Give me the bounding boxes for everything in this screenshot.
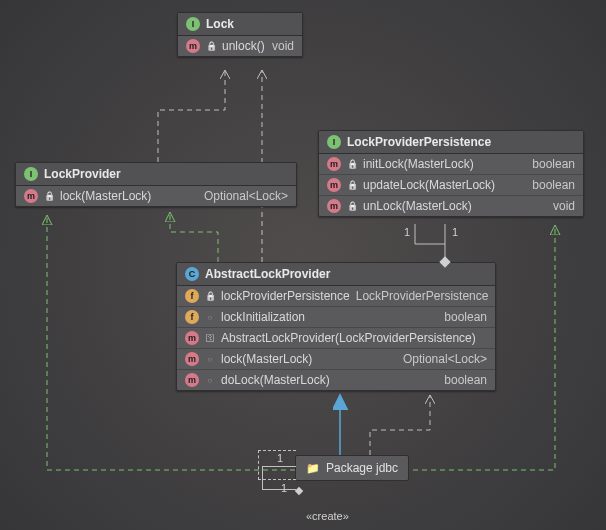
- field-icon: f: [185, 310, 199, 324]
- member-row: m initLock(MasterLock) boolean: [319, 154, 583, 175]
- visibility-icon: [44, 191, 54, 201]
- member-row: f lockInitialization boolean: [177, 307, 495, 328]
- class-header: I LockProvider: [16, 163, 296, 186]
- member-return: boolean: [444, 310, 487, 324]
- member-row: f lockProviderPersistence LockProviderPe…: [177, 286, 495, 307]
- visibility-icon: [205, 291, 215, 301]
- multiplicity-label: 1: [452, 226, 458, 238]
- method-icon: m: [327, 199, 341, 213]
- class-header: I Lock: [178, 13, 302, 36]
- member-row: m AbstractLockProvider(LockProviderPersi…: [177, 328, 495, 349]
- member-row: m doLock(MasterLock) boolean: [177, 370, 495, 390]
- member-return: LockProviderPersistence: [356, 289, 489, 303]
- uml-package-jdbc[interactable]: Package jdbc: [295, 455, 409, 481]
- member-signature: lock(MasterLock): [221, 352, 397, 366]
- method-icon: m: [185, 373, 199, 387]
- visibility-icon: [347, 180, 357, 190]
- visibility-icon: [347, 159, 357, 169]
- stereotype-create: «create»: [306, 510, 349, 522]
- interface-icon: I: [24, 167, 38, 181]
- visibility-icon: [205, 354, 215, 364]
- member-return: Optional<Lock>: [204, 189, 288, 203]
- class-header: I LockProviderPersistence: [319, 131, 583, 154]
- member-signature: unLock(MasterLock): [363, 199, 547, 213]
- class-icon: C: [185, 267, 199, 281]
- member-signature: doLock(MasterLock): [221, 373, 438, 387]
- uml-interface-lockproviderpersistence[interactable]: I LockProviderPersistence m initLock(Mas…: [318, 130, 584, 217]
- class-title: LockProviderPersistence: [347, 135, 491, 149]
- visibility-icon: [205, 333, 215, 343]
- field-icon: f: [185, 289, 199, 303]
- member-return: void: [553, 199, 575, 213]
- member-return: void: [272, 39, 294, 53]
- member-row: m lock(MasterLock) Optional<Lock>: [16, 186, 296, 206]
- method-icon: m: [327, 157, 341, 171]
- member-return: boolean: [444, 373, 487, 387]
- visibility-icon: [205, 375, 215, 385]
- method-icon: m: [185, 352, 199, 366]
- method-icon: m: [185, 331, 199, 345]
- member-row: m unLock(MasterLock) void: [319, 196, 583, 216]
- self-ref-box-inner: [262, 466, 296, 490]
- member-row: m lock(MasterLock) Optional<Lock>: [177, 349, 495, 370]
- uml-interface-lockprovider[interactable]: I LockProvider m lock(MasterLock) Option…: [15, 162, 297, 207]
- uml-class-abstractlockprovider[interactable]: C AbstractLockProvider f lockProviderPer…: [176, 262, 496, 391]
- member-return: boolean: [532, 157, 575, 171]
- member-signature: lockInitialization: [221, 310, 438, 324]
- visibility-icon: [347, 201, 357, 211]
- member-signature: updateLock(MasterLock): [363, 178, 526, 192]
- multiplicity-label: 1: [277, 452, 283, 464]
- composition-diamond-icon: [295, 487, 303, 495]
- method-icon: m: [327, 178, 341, 192]
- interface-icon: I: [327, 135, 341, 149]
- visibility-icon: [206, 41, 216, 51]
- member-return: boolean: [532, 178, 575, 192]
- folder-icon: [306, 461, 320, 475]
- member-signature: lock(MasterLock): [60, 189, 198, 203]
- class-title: Lock: [206, 17, 234, 31]
- member-return: Optional<Lock>: [403, 352, 487, 366]
- member-signature: unlock(): [222, 39, 266, 53]
- multiplicity-label: 1: [281, 482, 287, 494]
- multiplicity-label: 1: [404, 226, 410, 238]
- package-label: Package jdbc: [326, 461, 398, 475]
- class-title: AbstractLockProvider: [205, 267, 330, 281]
- member-signature: initLock(MasterLock): [363, 157, 526, 171]
- member-signature: AbstractLockProvider(LockProviderPersist…: [221, 331, 481, 345]
- member-signature: lockProviderPersistence: [221, 289, 350, 303]
- method-icon: m: [186, 39, 200, 53]
- member-row: m unlock() void: [178, 36, 302, 56]
- interface-icon: I: [186, 17, 200, 31]
- class-title: LockProvider: [44, 167, 121, 181]
- uml-interface-lock[interactable]: I Lock m unlock() void: [177, 12, 303, 57]
- method-icon: m: [24, 189, 38, 203]
- member-row: m updateLock(MasterLock) boolean: [319, 175, 583, 196]
- visibility-icon: [205, 312, 215, 322]
- class-header: C AbstractLockProvider: [177, 263, 495, 286]
